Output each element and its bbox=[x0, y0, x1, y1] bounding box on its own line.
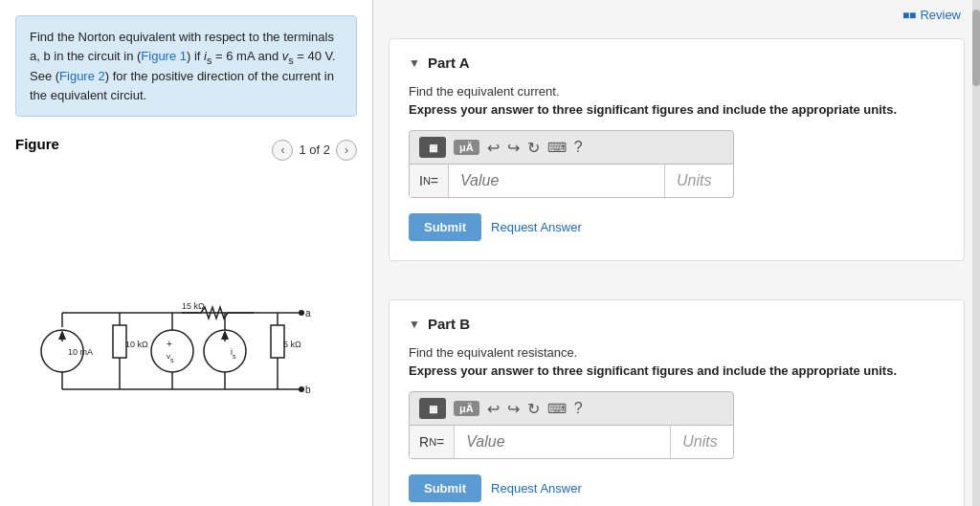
review-link[interactable]: ■■ Review bbox=[902, 8, 961, 22]
svg-text:vs: vs bbox=[167, 352, 174, 363]
part-b-header: ▼ Part B bbox=[409, 316, 945, 332]
figure2-link[interactable]: Figure 2 bbox=[59, 69, 105, 83]
part-b-toolbar: ▦ μÄ ↩ ↪ ↻ ⌨ ? bbox=[409, 391, 734, 426]
part-b-help-button[interactable]: ? bbox=[574, 400, 583, 417]
part-a-label: Part A bbox=[428, 55, 470, 71]
svg-point-32 bbox=[299, 386, 304, 392]
scrollbar[interactable] bbox=[972, 0, 980, 506]
part-a-units-box[interactable]: Units bbox=[664, 165, 733, 197]
part-b-instruction: Find the equivalent resistance. bbox=[409, 345, 945, 360]
problem-statement: Find the Norton equivalent with respect … bbox=[15, 15, 357, 117]
part-b-refresh-button[interactable]: ↻ bbox=[527, 400, 540, 418]
circuit-svg: 10 mA 10 kΩ + vs 15 kΩ is bbox=[33, 294, 340, 418]
part-b-instruction-bold: Express your answer to three significant… bbox=[409, 363, 945, 378]
svg-marker-23 bbox=[221, 330, 229, 340]
part-b-submit-button[interactable]: Submit bbox=[409, 474, 481, 502]
part-a-toolbar: ▦ μÄ ↩ ↪ ↻ ⌨ ? bbox=[409, 130, 734, 165]
part-b-units-box[interactable]: Units bbox=[670, 426, 733, 458]
figure-nav: ‹ 1 of 2 › bbox=[272, 140, 357, 161]
part-b-section: ▼ Part B Find the equivalent resistance.… bbox=[389, 299, 965, 506]
part-a-help-button[interactable]: ? bbox=[574, 139, 583, 156]
svg-text:is: is bbox=[231, 347, 236, 360]
svg-point-13 bbox=[151, 330, 193, 372]
svg-rect-27 bbox=[271, 325, 284, 358]
part-b-grid-icon[interactable]: ▦ bbox=[419, 398, 446, 419]
part-b-request-button[interactable]: Request Answer bbox=[491, 481, 582, 495]
part-a-undo-button[interactable]: ↩ bbox=[487, 139, 500, 157]
svg-text:5 kΩ: 5 kΩ bbox=[283, 340, 301, 349]
part-a-actions: Submit Request Answer bbox=[409, 213, 945, 241]
svg-text:b: b bbox=[305, 385, 311, 395]
svg-text:+: + bbox=[167, 339, 172, 349]
part-a-instruction-bold: Express your answer to three significant… bbox=[409, 102, 945, 117]
part-a-unit-button[interactable]: μÄ bbox=[454, 140, 479, 155]
svg-marker-5 bbox=[58, 330, 66, 340]
part-a-request-button[interactable]: Request Answer bbox=[491, 220, 582, 234]
part-b-answer-label: RN = bbox=[410, 426, 455, 458]
next-figure-button[interactable]: › bbox=[336, 140, 357, 161]
part-b-value-input[interactable] bbox=[455, 426, 670, 458]
part-b-keyboard-icon[interactable]: ⌨ bbox=[547, 401, 567, 416]
part-a-header: ▼ Part A bbox=[409, 55, 945, 71]
part-a-answer-label: IN = bbox=[410, 165, 449, 197]
part-b-collapse-arrow[interactable]: ▼ bbox=[409, 318, 420, 331]
part-a-section: ▼ Part A Find the equivalent current. Ex… bbox=[389, 38, 965, 261]
svg-rect-9 bbox=[113, 325, 126, 358]
figure1-link[interactable]: Figure 1 bbox=[141, 49, 187, 63]
part-a-answer-row: IN = Units bbox=[409, 165, 734, 198]
svg-text:15 kΩ: 15 kΩ bbox=[182, 301, 205, 311]
part-a-grid-icon[interactable]: ▦ bbox=[419, 137, 446, 158]
left-panel: Find the Norton equivalent with respect … bbox=[0, 0, 373, 506]
svg-point-30 bbox=[299, 310, 304, 316]
part-b-label: Part B bbox=[428, 316, 470, 332]
part-a-instruction: Find the equivalent current. bbox=[409, 84, 945, 99]
review-label: Review bbox=[920, 8, 961, 22]
figure-counter: 1 of 2 bbox=[299, 143, 330, 157]
part-a-value-input[interactable] bbox=[449, 165, 664, 197]
part-a-redo-button[interactable]: ↪ bbox=[507, 139, 520, 157]
prev-figure-button[interactable]: ‹ bbox=[272, 140, 293, 161]
part-b-undo-button[interactable]: ↩ bbox=[487, 400, 500, 418]
part-b-answer-row: RN = Units bbox=[409, 426, 734, 459]
svg-text:10 kΩ: 10 kΩ bbox=[125, 340, 148, 349]
review-icon: ■■ bbox=[902, 9, 917, 22]
part-a-collapse-arrow[interactable]: ▼ bbox=[409, 56, 420, 70]
figure-label: Figure bbox=[15, 136, 59, 152]
circuit-diagram: 10 mA 10 kΩ + vs 15 kΩ is bbox=[15, 221, 357, 491]
svg-text:10 mA: 10 mA bbox=[68, 347, 93, 357]
part-a-submit-button[interactable]: Submit bbox=[409, 213, 481, 241]
part-b-redo-button[interactable]: ↪ bbox=[507, 400, 520, 418]
part-b-unit-button[interactable]: μÄ bbox=[454, 401, 479, 416]
right-panel: ■■ Review ▼ Part A Find the equivalent c… bbox=[373, 0, 980, 506]
part-a-refresh-button[interactable]: ↻ bbox=[527, 139, 540, 157]
part-a-keyboard-icon[interactable]: ⌨ bbox=[547, 140, 567, 155]
part-b-actions: Submit Request Answer bbox=[409, 474, 945, 502]
svg-text:a: a bbox=[305, 308, 311, 319]
scrollbar-thumb[interactable] bbox=[972, 10, 980, 86]
